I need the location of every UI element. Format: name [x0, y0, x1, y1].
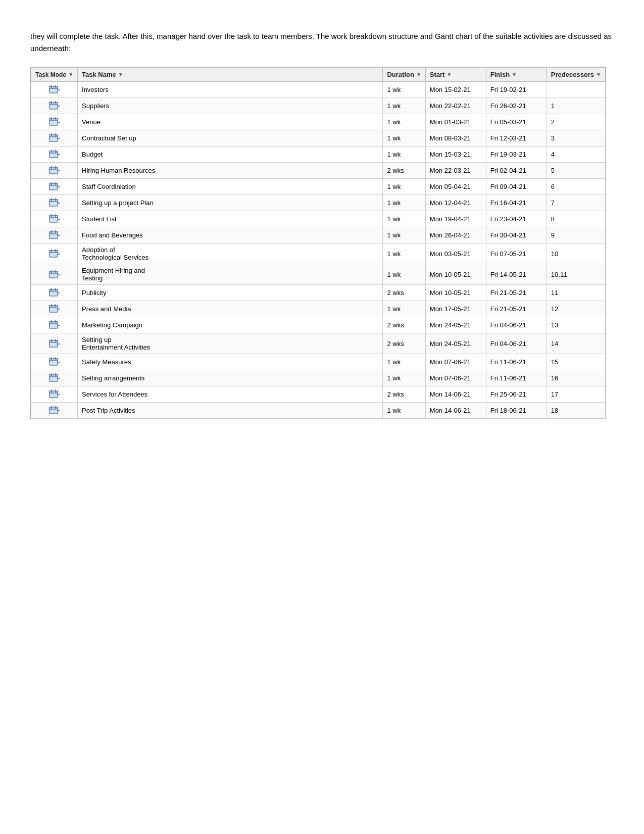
task-icon-svg [49, 198, 60, 207]
svg-rect-97 [49, 359, 58, 361]
finish-cell: Fri 18-06-21 [486, 403, 547, 419]
col-header-predecessors[interactable]: Predecessors ▼ [547, 68, 605, 82]
finish-cell: Fri 26-02-21 [486, 98, 547, 114]
intro-paragraph: they will complete the task. After this,… [30, 30, 614, 55]
task-icon-svg [49, 84, 60, 93]
task-mode-icon [49, 101, 60, 110]
predecessors-cell: 18 [547, 403, 605, 419]
start-cell: Mon 22-03-21 [425, 163, 486, 179]
svg-rect-37 [49, 183, 58, 185]
duration-cell: 1 wk [383, 227, 425, 243]
task-mode-cell [31, 146, 78, 163]
table-row: Investors1 wkMon 15-02-21Fri 19-02-21 [31, 82, 606, 98]
task-icon-svg [49, 214, 60, 223]
start-cell: Mon 10-05-21 [425, 264, 486, 285]
task-mode-icon [49, 373, 60, 382]
duration-cell: 2 wks [383, 386, 425, 403]
svg-rect-103 [49, 375, 58, 377]
predecessors-cell: 6 [547, 179, 605, 195]
finish-cell: Fri 05-03-21 [486, 114, 547, 130]
table-row: Budget1 wkMon 15-03-21Fri 19-03-214 [31, 146, 606, 163]
task-mode-cell [31, 354, 78, 370]
task-name-cell: Staff Coordiniation [78, 179, 383, 195]
table-header-row: Task Mode ▼ Task Name ▼ Duration ▼ [31, 68, 606, 82]
start-cell: Mon 07-06-21 [425, 354, 486, 370]
gantt-table-wrapper: Task Mode ▼ Task Name ▼ Duration ▼ [30, 67, 606, 419]
col-header-task-mode[interactable]: Task Mode ▼ [31, 68, 78, 82]
start-cell: Mon 15-03-21 [425, 146, 486, 163]
task-mode-cell [31, 163, 78, 179]
duration-cell: 1 wk [383, 243, 425, 264]
duration-cell: 1 wk [383, 146, 425, 163]
predecessors-cell: 11 [547, 285, 605, 301]
task-name-cell: Hiring Human Resources [78, 163, 383, 179]
col-header-task-name[interactable]: Task Name ▼ [78, 68, 383, 82]
task-mode-icon [49, 320, 60, 329]
svg-rect-115 [49, 407, 58, 409]
finish-cell: Fri 07-05-21 [486, 243, 547, 264]
col-header-finish[interactable]: Finish ▼ [486, 68, 547, 82]
task-mode-icon [49, 84, 60, 93]
task-icon-svg [49, 357, 60, 366]
finish-cell: Fri 09-04-21 [486, 179, 547, 195]
duration-cell: 1 wk [383, 98, 425, 114]
task-icon-svg [49, 165, 60, 174]
task-mode-icon [49, 181, 60, 190]
task-mode-icon [49, 269, 60, 278]
duration-cell: 1 wk [383, 403, 425, 419]
predecessors-cell: 17 [547, 386, 605, 403]
svg-rect-85 [49, 322, 58, 324]
task-mode-icon [49, 405, 60, 414]
task-mode-icon [49, 230, 60, 239]
svg-rect-1 [49, 86, 58, 88]
task-name-cell: Investors [78, 82, 383, 98]
task-name-cell: Safety Measures [78, 354, 383, 370]
task-mode-cell [31, 370, 78, 386]
col-header-duration[interactable]: Duration ▼ [383, 68, 425, 82]
task-name-cell: Press and Media [78, 301, 383, 317]
sort-arrow-duration: ▼ [416, 72, 421, 77]
finish-cell: Fri 04-06-21 [486, 317, 547, 333]
task-name-cell: Food and Beverages [78, 227, 383, 243]
sort-arrow-predecessors: ▼ [596, 72, 601, 77]
finish-cell: Fri 21-05-21 [486, 301, 547, 317]
task-mode-cell [31, 227, 78, 243]
task-mode-icon [49, 133, 60, 142]
svg-rect-43 [49, 200, 58, 202]
task-mode-cell [31, 211, 78, 227]
predecessors-cell: 8 [547, 211, 605, 227]
start-cell: Mon 14-06-21 [425, 386, 486, 403]
sort-arrow-task-name: ▼ [118, 72, 123, 77]
table-row: Setting arrangements1 wkMon 07-06-21Fri … [31, 370, 606, 386]
finish-cell: Fri 04-06-21 [486, 333, 547, 354]
svg-rect-13 [49, 119, 58, 121]
finish-cell: Fri 16-04-21 [486, 195, 547, 211]
task-icon-svg [49, 181, 60, 190]
table-row: Equipment Hiring and Testing1 wkMon 10-0… [31, 264, 606, 285]
task-icon-svg [49, 101, 60, 110]
task-mode-icon [49, 198, 60, 207]
start-cell: Mon 19-04-21 [425, 211, 486, 227]
finish-cell: Fri 11-06-21 [486, 354, 547, 370]
svg-rect-79 [49, 306, 58, 308]
predecessors-cell: 10 [547, 243, 605, 264]
start-cell: Mon 24-05-21 [425, 333, 486, 354]
task-name-cell: Suppliers [78, 98, 383, 114]
task-mode-icon [49, 389, 60, 398]
table-row: Setting up a project Plan1 wkMon 12-04-2… [31, 195, 606, 211]
task-mode-icon [49, 149, 60, 158]
table-row: Publicity2 wksMon 10-05-21Fri 21-05-2111 [31, 285, 606, 301]
task-name-cell: Setting up Entertainment Activities [78, 333, 383, 354]
duration-cell: 2 wks [383, 285, 425, 301]
task-icon-svg [49, 287, 60, 297]
duration-cell: 2 wks [383, 333, 425, 354]
duration-cell: 1 wk [383, 301, 425, 317]
finish-cell: Fri 12-03-21 [486, 130, 547, 146]
table-row: Student List1 wkMon 19-04-21Fri 23-04-21… [31, 211, 606, 227]
col-header-start[interactable]: Start ▼ [425, 68, 486, 82]
duration-cell: 2 wks [383, 163, 425, 179]
start-cell: Mon 14-06-21 [425, 403, 486, 419]
task-name-cell: Venue [78, 114, 383, 130]
start-cell: Mon 26-04-21 [425, 227, 486, 243]
start-cell: Mon 22-02-21 [425, 98, 486, 114]
